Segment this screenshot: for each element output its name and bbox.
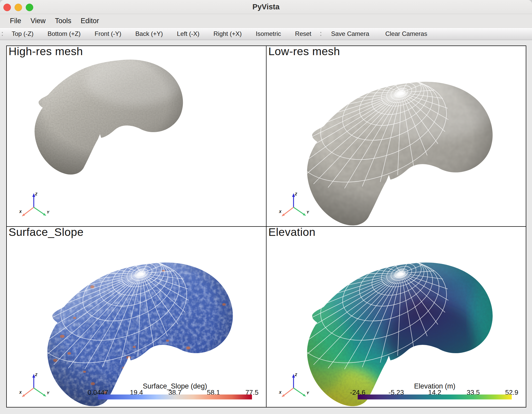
x-axis-label: X xyxy=(279,390,282,394)
toolbar-clear-cameras[interactable]: Clear Cameras xyxy=(377,28,435,40)
toolbar-bottom-view[interactable]: Bottom (+Z) xyxy=(41,28,88,40)
toolbar-save-camera[interactable]: Save Camera xyxy=(323,28,377,40)
menu-file[interactable]: File xyxy=(5,17,26,25)
render-window: High-res mesh Z X Y Low-res mesh xyxy=(6,46,526,407)
viewport-title-surface-slope: Surface_Slope xyxy=(9,227,84,238)
menu-bar: File View Tools Editor xyxy=(0,14,532,28)
scalar-bar-elevation: Elevation (m) -24.6 -5.23 14.2 33.5 52.9 xyxy=(358,382,512,407)
scalar-bar-surface-slope: Surface_Slope (deg) 0.0447 19.4 38.7 58.… xyxy=(98,382,252,407)
viridis-gradient-bar xyxy=(358,394,512,399)
toolbar-drag-handle-2[interactable] xyxy=(319,28,323,40)
z-axis-label: Z xyxy=(35,373,37,377)
menu-tools[interactable]: Tools xyxy=(50,17,76,25)
window-title: PyVista xyxy=(0,0,532,14)
camera-toolbar: Top (-Z) Bottom (+Z) Front (-Y) Back (+Y… xyxy=(0,28,532,40)
viewport-elevation[interactable]: Elevation Z X Y Elevation (m) -24.6 -5.2… xyxy=(266,227,526,407)
coolwarm-gradient-bar xyxy=(98,394,252,399)
viewport-low-res[interactable]: Low-res mesh Z X Y xyxy=(266,46,526,227)
title-bar: PyVista xyxy=(0,0,532,14)
x-axis-label: X xyxy=(19,390,22,394)
toolbar-reset[interactable]: Reset xyxy=(288,28,318,40)
app-window: PyVista File View Tools Editor Top (-Z) … xyxy=(0,0,532,414)
viewport-surface-slope[interactable]: Surface_Slope Z X Y Surface_Slope (deg) … xyxy=(7,227,266,407)
x-axis-label: X xyxy=(19,210,22,214)
viewport-title-low-res: Low-res mesh xyxy=(268,46,340,58)
viewport-title-elevation: Elevation xyxy=(268,227,315,238)
z-axis-label: Z xyxy=(295,373,297,377)
z-axis-label: Z xyxy=(295,192,297,196)
toolbar-isometric[interactable]: Isometric xyxy=(249,28,288,40)
y-axis-label: Y xyxy=(47,391,50,395)
x-axis-label: X xyxy=(279,210,282,214)
toolbar-right-view[interactable]: Right (+X) xyxy=(207,28,249,40)
orientation-axes-widget: Z X Y xyxy=(18,191,51,222)
viewport-title-high-res: High-res mesh xyxy=(9,46,83,58)
toolbar-front-view[interactable]: Front (-Y) xyxy=(88,28,128,40)
z-axis-label: Z xyxy=(35,192,37,196)
y-axis-label: Y xyxy=(307,391,309,395)
orientation-axes-widget: Z X Y xyxy=(277,371,311,403)
toolbar-left-view[interactable]: Left (-X) xyxy=(170,28,207,40)
toolbar-top-view[interactable]: Top (-Z) xyxy=(5,28,41,40)
viewport-high-res[interactable]: High-res mesh Z X Y xyxy=(7,46,266,227)
menu-editor[interactable]: Editor xyxy=(76,17,104,25)
orientation-axes-widget: Z X Y xyxy=(18,371,51,403)
y-axis-label: Y xyxy=(47,210,50,214)
toolbar-drag-handle[interactable] xyxy=(1,28,4,40)
toolbar-back-view[interactable]: Back (+Y) xyxy=(128,28,170,40)
orientation-axes-widget: Z X Y xyxy=(277,191,311,222)
menu-view[interactable]: View xyxy=(26,17,50,25)
y-axis-label: Y xyxy=(307,210,309,214)
